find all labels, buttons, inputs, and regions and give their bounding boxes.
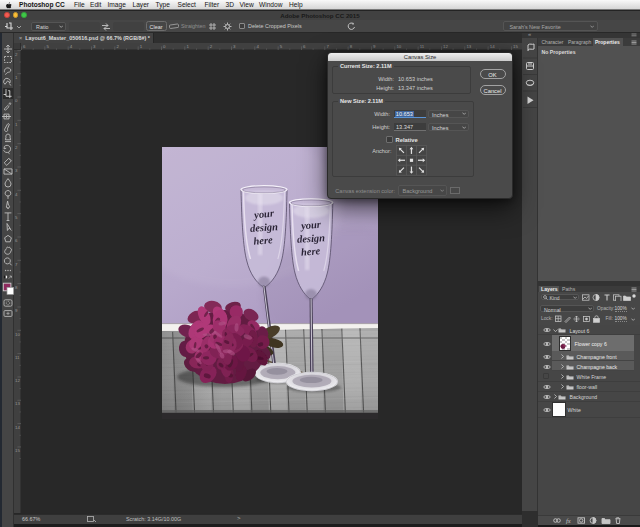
svg-text:11: 11 (420, 44, 425, 49)
svg-text:15: 15 (513, 44, 518, 49)
svg-text:your: your (298, 219, 322, 232)
svg-text:design: design (296, 232, 325, 244)
svg-text:10: 10 (396, 44, 401, 49)
svg-text:14: 14 (15, 425, 20, 430)
svg-text:12: 12 (443, 44, 448, 49)
svg-text:here: here (252, 234, 272, 247)
svg-text:11: 11 (15, 355, 20, 360)
svg-text:13: 13 (15, 401, 20, 406)
svg-text:14: 14 (490, 44, 495, 49)
svg-text:15: 15 (15, 448, 20, 453)
svg-text:13: 13 (466, 44, 471, 49)
svg-text:here: here (300, 245, 320, 258)
svg-text:10: 10 (15, 332, 20, 337)
svg-text:12: 12 (15, 378, 20, 383)
svg-text:fx: fx (566, 517, 571, 524)
svg-text:design: design (249, 221, 278, 234)
